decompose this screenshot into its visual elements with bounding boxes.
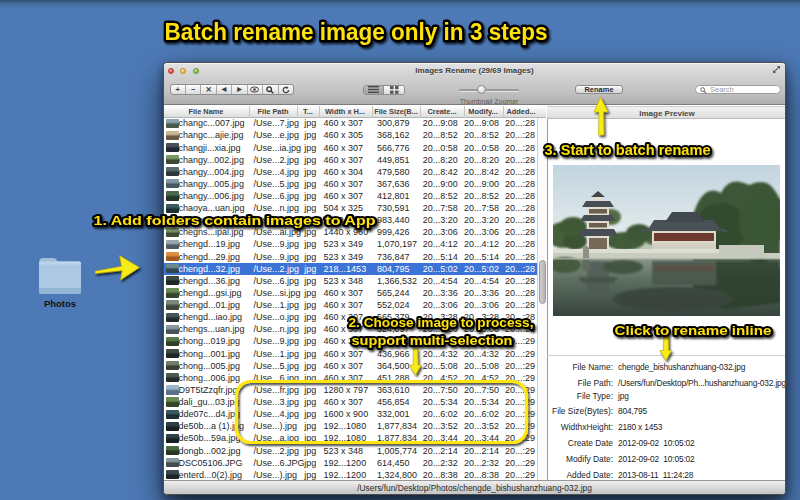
svg-text:Photos: Photos — [44, 298, 76, 309]
svg-text:Batch rename image only in 3 s: Batch rename image only in 3 steps — [165, 18, 548, 45]
